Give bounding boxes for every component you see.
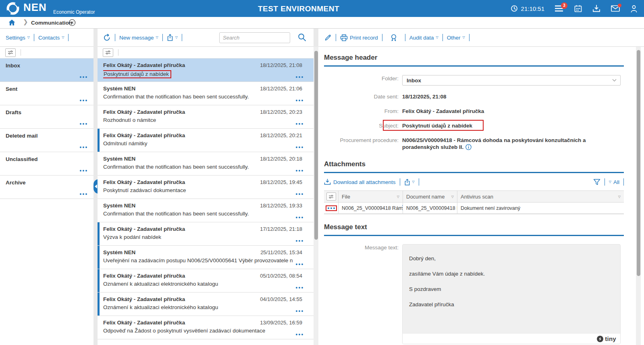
filter-button[interactable] [593, 179, 600, 186]
home-icon[interactable] [8, 19, 15, 26]
detail-panel-scrollbar-thumb[interactable] [637, 50, 640, 276]
folder-more-options-button[interactable] [80, 193, 87, 195]
sidebar-folder-drafts[interactable]: Drafts [0, 105, 93, 129]
message-list-item[interactable]: Felix Okátý - Zadavatel příručkaVýzva k … [98, 222, 314, 246]
sort-icon[interactable]: ▽ [618, 195, 621, 199]
folder-more-options-button[interactable] [80, 76, 87, 78]
message-more-options-button[interactable] [296, 334, 303, 335]
attachment-file-cell[interactable]: N006_25_V00009418 Rámcová d... [339, 203, 403, 213]
message-list-item[interactable]: Felix Okátý - Zadavatel příručkaPoskytnu… [98, 176, 314, 199]
settings-menu[interactable]: Settings▽ [6, 35, 30, 41]
sidebar-folder-archive[interactable]: Archive [0, 176, 93, 199]
chevron-down-icon: ▽ [436, 36, 438, 39]
notification-bell-button[interactable] [390, 33, 398, 42]
downloads-button[interactable] [592, 5, 600, 13]
column-header-antivirus-scan[interactable]: Antivirus scan▽ [457, 191, 624, 202]
user-profile-button[interactable] [630, 5, 638, 13]
message-more-options-button[interactable] [296, 100, 303, 101]
audit-data-menu[interactable]: Audit data▽ [409, 35, 438, 41]
message-list-item[interactable]: Systém NENConfirmation that the notifica… [98, 199, 314, 222]
chevron-down-icon [612, 79, 617, 82]
column-settings-icon[interactable] [5, 48, 16, 57]
message-list-scrollbar[interactable] [314, 47, 318, 345]
message-list-item[interactable]: Systém NENUveřejnění na zadávacím postup… [98, 246, 314, 269]
message-list-item[interactable]: Felix Okátý - Zadavatel příručkaOznámení… [98, 293, 314, 316]
message-more-options-button[interactable] [296, 240, 303, 242]
message-list-item[interactable]: Felix Okátý - Zadavatel příručkaOdpověď … [98, 316, 314, 339]
refresh-button[interactable] [103, 34, 111, 42]
folder-more-options-button[interactable] [80, 146, 87, 148]
column-settings-icon[interactable] [326, 192, 336, 201]
message-sender: Felix Okátý - Zadavatel příručka [103, 296, 185, 302]
message-date: 18/12/2025, 20:23 [260, 109, 302, 115]
column-settings-icon[interactable] [103, 48, 113, 57]
calendar-button[interactable] [574, 5, 582, 13]
folder-more-options-button[interactable] [80, 100, 87, 101]
message-more-options-button[interactable] [296, 287, 303, 289]
attachment-row[interactable]: N006_25_V00009418 Rámcová d...N006_25_V0… [324, 203, 624, 214]
message-list-item[interactable]: Felix Okátý - Zadavatel příručkaOznámení… [98, 269, 314, 293]
search-icon[interactable] [298, 33, 306, 42]
menu-badge: 3 [561, 2, 567, 9]
message-list-item[interactable]: Systém NENConfirmation that the notifica… [98, 82, 314, 105]
edit-button[interactable] [324, 34, 332, 41]
export-menu[interactable]: ▽ [167, 34, 178, 41]
nen-logo-icon [6, 1, 20, 16]
message-more-options-button[interactable] [296, 263, 303, 265]
main-menu-button[interactable]: 3 [555, 5, 564, 12]
tinymce-brand[interactable]: tiny [597, 335, 616, 342]
attachment-document-name-cell[interactable]: N006_25_V00009418 Rámcov... [403, 203, 457, 213]
section-rule [324, 65, 624, 67]
folder-select[interactable]: Inbox [402, 75, 621, 86]
message-sender: Felix Okátý - Zadavatel příručka [103, 62, 185, 68]
sort-icon[interactable]: ▽ [397, 195, 399, 199]
search-input[interactable] [219, 32, 290, 43]
folder-more-options-button[interactable] [80, 123, 87, 125]
section-title-attachments: Attachments [324, 160, 624, 168]
contacts-menu[interactable]: Contacts▽ [38, 35, 64, 41]
field-subject: Subject: Poskytnutí údajů z nabídek [324, 122, 624, 129]
field-label: From: [324, 108, 402, 115]
message-sender: Systém NEN [103, 249, 135, 255]
message-list-scrollbar-thumb[interactable] [314, 51, 318, 240]
sidebar-folder-inbox[interactable]: Inbox [0, 59, 93, 82]
detail-panel-scrollbar[interactable] [636, 47, 641, 345]
sidebar-filter-row [0, 47, 93, 59]
message-text-content: Dobrý den,zasíláme Vám údaje z nabídek.S… [403, 245, 620, 334]
nen-logo[interactable]: NEN Economic Operator [6, 1, 47, 16]
field-message-text: Message text: Dobrý den,zasíláme Vám úda… [324, 244, 624, 344]
message-more-options-button[interactable] [296, 310, 303, 312]
column-header-document-name[interactable]: Document name▽ [403, 191, 457, 202]
message-more-options-button[interactable] [296, 170, 303, 171]
message-list-item[interactable]: Felix Okátý - Zadavatel příručkaRozhodnu… [98, 105, 314, 129]
new-message-menu[interactable]: New message▽ [119, 35, 158, 41]
sidebar-folder-sent[interactable]: Sent [0, 82, 93, 105]
message-more-options-button[interactable] [296, 123, 303, 125]
message-more-options-button[interactable] [296, 146, 303, 148]
download-all-attachments-button[interactable]: Download all attachments [324, 179, 396, 185]
message-more-options-button[interactable] [296, 193, 303, 195]
folder-label: Drafts [6, 109, 21, 115]
field-label: Message text: [324, 244, 402, 251]
folder-more-options-button[interactable] [80, 170, 87, 171]
messages-button[interactable] [611, 5, 620, 12]
column-header-file[interactable]: File▽ [339, 191, 403, 202]
sort-icon[interactable]: ▽ [451, 195, 454, 199]
export-attachments-menu[interactable]: ▽ [404, 179, 415, 186]
print-record-button[interactable]: Print record [340, 34, 378, 41]
chevron-down-icon: ▽ [27, 36, 30, 39]
attachment-more-options-button[interactable] [328, 207, 335, 209]
message-list-item[interactable]: Felix Okátý - Zadavatel příručkaPoskytnu… [98, 59, 314, 82]
info-icon[interactable] [465, 144, 472, 150]
sidebar-folder-unclassified[interactable]: Unclassified [0, 152, 93, 176]
sidebar-folder-deleted-mail[interactable]: Deleted mail [0, 129, 93, 152]
close-tab-icon[interactable] [69, 19, 76, 26]
message-list-item[interactable]: Systém NENConfirmation that the notifica… [98, 152, 314, 176]
unread-indicator [98, 246, 100, 269]
calendar-icon [574, 5, 582, 13]
message-more-options-button[interactable] [296, 76, 303, 78]
filter-all-menu[interactable]: ▽ All [609, 179, 619, 185]
other-menu[interactable]: Other▽ [447, 35, 465, 41]
message-list-item[interactable]: Felix Okátý - Zadavatel příručkaOdmítnut… [98, 129, 314, 152]
message-more-options-button[interactable] [296, 217, 303, 218]
